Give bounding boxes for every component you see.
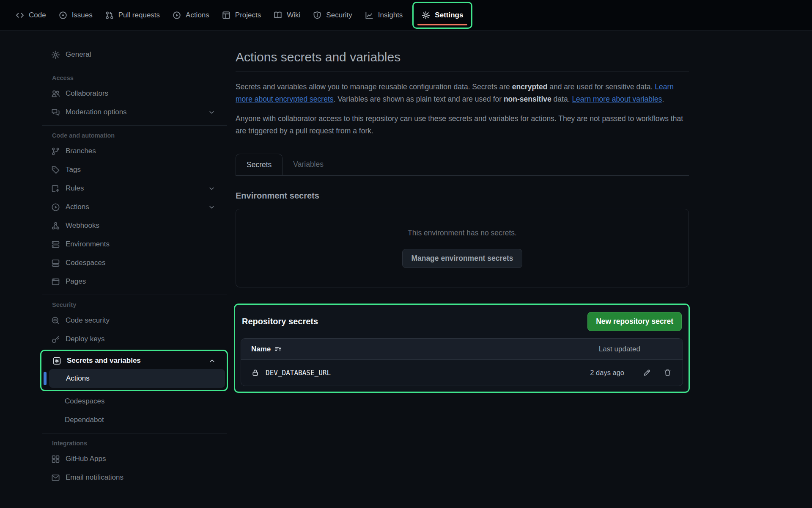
sidebar-item-moderation-options[interactable]: Moderation options <box>41 103 227 121</box>
intro-bold-encrypted: encrypted <box>512 83 548 91</box>
column-header-name[interactable]: Name <box>251 345 282 353</box>
shield-icon <box>313 11 321 19</box>
secrets-variables-tabnav: Secrets Variables <box>236 154 689 176</box>
nav-tab-label: Projects <box>235 11 261 19</box>
sidebar-item-label: Secrets and variables <box>67 356 141 365</box>
nav-tab-wiki[interactable]: Wiki <box>267 2 307 28</box>
sidebar-item-environments[interactable]: Environments <box>41 235 227 254</box>
nav-tab-insights[interactable]: Insights <box>359 2 409 28</box>
play-circle-icon <box>51 203 60 212</box>
sidebar-section-title: Access <box>41 75 227 81</box>
page-title: Actions secrets and variables <box>236 50 689 72</box>
link-variables[interactable]: Learn more about variables <box>572 95 662 103</box>
nav-tab-issues[interactable]: Issues <box>52 2 99 28</box>
nav-tab-pull-requests[interactable]: Pull requests <box>99 2 166 28</box>
tab-secrets[interactable]: Secrets <box>236 154 283 175</box>
server-icon <box>51 240 60 249</box>
secret-name-cell: DEV_DATABASE_URL <box>251 369 331 377</box>
column-header-label: Name <box>251 345 271 353</box>
code-icon <box>16 11 24 19</box>
sidebar-item-label: Webhooks <box>66 221 99 230</box>
nav-tab-label: Code <box>29 11 46 19</box>
settings-sidebar: General Access Collaborators Moderation … <box>41 31 227 487</box>
table-row: DEV_DATABASE_URL 2 days ago <box>241 360 683 386</box>
browser-icon <box>51 277 60 286</box>
sidebar-divider <box>42 295 227 295</box>
sidebar-item-label: Moderation options <box>66 108 127 116</box>
annotation-box-secrets-and-variables: Secrets and variables Actions <box>40 350 228 391</box>
environment-secrets-blankslate: This environment has no secrets. Manage … <box>236 209 689 287</box>
nav-tab-projects[interactable]: Projects <box>216 2 267 28</box>
repo-tab-nav: Code Issues Pull requests Actions Projec… <box>0 0 812 31</box>
nav-tab-label: Wiki <box>287 11 300 19</box>
intro-bold-non-sensitive: non-sensitive <box>504 95 551 103</box>
nav-tab-actions[interactable]: Actions <box>166 2 216 28</box>
sidebar-item-label: General <box>66 50 91 59</box>
sidebar-subitem-label: Actions <box>66 374 90 383</box>
sidebar-item-actions[interactable]: Actions <box>41 198 227 216</box>
annotation-box-repository-secrets: Repository secrets New repository secret… <box>234 304 690 393</box>
sidebar-item-label: Rules <box>66 184 84 193</box>
sidebar-item-email-notifications[interactable]: Email notifications <box>41 468 227 487</box>
apps-icon <box>51 455 60 464</box>
intro-text: . Variables are shown as plain text and … <box>334 95 504 103</box>
codespaces-icon <box>51 259 60 268</box>
settings-content: Actions secrets and variables Secrets an… <box>236 31 689 393</box>
people-icon <box>51 89 60 98</box>
sidebar-subitem-dependabot[interactable]: Dependabot <box>41 411 227 429</box>
intro-text: and are used for sensitive data. <box>547 83 655 91</box>
secret-name: DEV_DATABASE_URL <box>266 369 331 377</box>
table-icon <box>222 11 230 19</box>
intro-text: . <box>662 95 664 103</box>
lock-icon <box>251 369 259 377</box>
nav-tab-code[interactable]: Code <box>9 2 52 28</box>
sidebar-item-general[interactable]: General <box>41 45 227 64</box>
sidebar-divider <box>42 125 227 126</box>
sidebar-item-label: Codespaces <box>66 259 106 267</box>
sidebar-item-webhooks[interactable]: Webhooks <box>41 216 227 235</box>
webhook-icon <box>51 221 60 230</box>
trash-icon[interactable] <box>664 369 672 377</box>
intro-text: data. <box>551 95 572 103</box>
sidebar-subitem-actions[interactable]: Actions <box>49 369 225 388</box>
sidebar-item-deploy-keys[interactable]: Deploy keys <box>41 330 227 348</box>
environment-secrets-heading: Environment secrets <box>236 191 689 201</box>
nav-tab-settings[interactable]: Settings <box>412 2 472 29</box>
manage-environment-secrets-button[interactable]: Manage environment secrets <box>402 249 522 268</box>
sidebar-subitem-codespaces[interactable]: Codespaces <box>41 392 227 411</box>
pull-request-icon <box>105 11 114 19</box>
chevron-down-icon <box>208 185 215 192</box>
sidebar-item-rules[interactable]: Rules <box>41 179 227 198</box>
pencil-icon[interactable] <box>643 369 651 377</box>
sidebar-item-label: Deploy keys <box>66 335 105 343</box>
nav-tab-label: Issues <box>72 11 93 19</box>
repository-secrets-table: Name Last updated DEV_DATABASE_URL 2 day… <box>241 338 683 386</box>
sidebar-item-tags[interactable]: Tags <box>41 160 227 179</box>
sidebar-item-collaborators[interactable]: Collaborators <box>41 84 227 103</box>
sidebar-item-pages[interactable]: Pages <box>41 272 227 291</box>
row-actions <box>643 369 672 377</box>
sidebar-subitem-actions-wrap: Actions <box>42 369 225 388</box>
sidebar-item-branches[interactable]: Branches <box>41 142 227 160</box>
nav-tab-security[interactable]: Security <box>307 2 358 28</box>
key-icon <box>51 335 60 344</box>
column-header-last-updated: Last updated <box>599 345 640 353</box>
sidebar-subitem-label: Codespaces <box>65 397 105 406</box>
new-repository-secret-button[interactable]: New repository secret <box>587 312 682 331</box>
repository-secrets-heading: Repository secrets <box>242 317 318 326</box>
chevron-up-icon <box>208 357 216 364</box>
sidebar-item-label: Code security <box>66 316 110 325</box>
sort-ascending-icon <box>274 345 282 353</box>
sidebar-item-label: Tags <box>66 166 81 174</box>
tab-variables[interactable]: Variables <box>283 154 334 175</box>
sidebar-item-codespaces[interactable]: Codespaces <box>41 254 227 272</box>
nav-tab-label: Actions <box>186 11 209 19</box>
sidebar-item-github-apps[interactable]: GitHub Apps <box>41 450 227 468</box>
sidebar-item-secrets-and-variables[interactable]: Secrets and variables <box>42 352 225 369</box>
table-header-row: Name Last updated <box>241 339 683 360</box>
sidebar-item-code-security[interactable]: Code security <box>41 311 227 330</box>
sidebar-item-label: Collaborators <box>66 89 108 98</box>
graph-icon <box>365 11 373 19</box>
nav-tab-label: Pull requests <box>118 11 160 19</box>
rules-icon <box>51 184 60 193</box>
